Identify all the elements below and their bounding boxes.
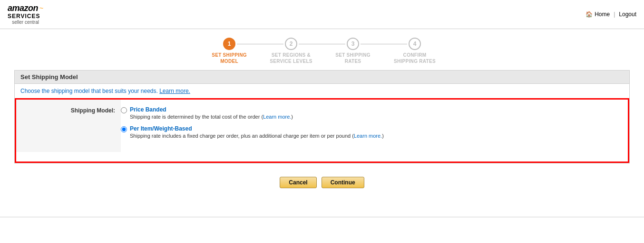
price-banded-learn-more[interactable]: Learn more. — [263, 114, 291, 120]
section-intro: Choose the shipping model that best suit… — [15, 84, 629, 98]
price-banded-radio[interactable] — [121, 107, 127, 113]
amazon-logo: amazon ~ services seller central — [8, 4, 43, 25]
set-shipping-model-section: Set Shipping Model Choose the shipping m… — [14, 70, 630, 163]
page-header: amazon ~ services seller central 🏠 Home … — [0, 0, 644, 29]
per-item-radio[interactable] — [121, 126, 127, 132]
price-banded-title: Price Banded — [130, 106, 293, 113]
form-row: Shipping Model: Price Banded Shipping ra… — [16, 100, 628, 152]
step-3-label: SET SHIPPINGRATES — [335, 52, 371, 64]
logo-seller-text: seller central — [8, 20, 43, 25]
step-4: 4 CONFIRMSHIPPING RATES — [384, 38, 446, 64]
step-3-circle: 3 — [347, 38, 359, 50]
nav-separator: | — [614, 11, 615, 18]
intro-learn-more-link[interactable]: Learn more. — [159, 88, 190, 94]
logo-amazon-text: amazon — [8, 4, 38, 13]
intro-text: Choose the shipping model that best suit… — [20, 88, 159, 94]
section-title: Set Shipping Model — [15, 71, 629, 84]
stepper: 1 SET SHIPPINGMODEL 2 SET REGIONS &SERVI… — [0, 29, 644, 70]
step-2: 2 SET REGIONS &SERVICE LEVELS — [260, 38, 322, 64]
step-4-label: CONFIRMSHIPPING RATES — [394, 52, 436, 64]
shipping-model-form: Shipping Model: Price Banded Shipping ra… — [15, 98, 629, 163]
home-icon: 🏠 — [585, 11, 593, 18]
step-1-label: SET SHIPPINGMODEL — [212, 52, 247, 64]
continue-button[interactable]: Continue — [322, 177, 364, 188]
step-1-circle: 1 — [223, 38, 235, 50]
per-item-option: Per Item/Weight-Based Shipping rate incl… — [121, 125, 618, 139]
form-label: Shipping Model: — [16, 100, 121, 152]
per-item-text: Per Item/Weight-Based Shipping rate incl… — [130, 125, 384, 139]
per-item-desc: Shipping rate includes a fixed charge pe… — [130, 133, 384, 139]
logo-smile-icon: ~ — [39, 5, 43, 12]
logout-link[interactable]: Logout — [619, 11, 636, 18]
header-navigation: 🏠 Home | Logout — [585, 11, 636, 18]
price-banded-desc: Shipping rate is determined by the total… — [130, 114, 293, 120]
form-options: Price Banded Shipping rate is determined… — [121, 100, 628, 152]
form-bottom-padding — [16, 152, 628, 162]
logo-services-text: services — [8, 13, 43, 20]
home-link[interactable]: Home — [595, 11, 610, 18]
footer-divider — [0, 217, 644, 217]
step-4-circle: 4 — [409, 38, 421, 50]
step-3: 3 SET SHIPPINGRATES — [322, 38, 384, 64]
main-content: Set Shipping Model Choose the shipping m… — [0, 70, 644, 198]
price-banded-option: Price Banded Shipping rate is determined… — [121, 106, 618, 120]
step-1: 1 SET SHIPPINGMODEL — [198, 38, 260, 64]
price-banded-text: Price Banded Shipping rate is determined… — [130, 106, 293, 120]
step-2-circle: 2 — [285, 38, 297, 50]
cancel-button[interactable]: Cancel — [280, 177, 316, 188]
action-buttons: Cancel Continue — [14, 171, 630, 198]
per-item-learn-more[interactable]: Learn more. — [354, 133, 382, 139]
per-item-title: Per Item/Weight-Based — [130, 125, 384, 132]
step-2-label: SET REGIONS &SERVICE LEVELS — [270, 52, 312, 64]
